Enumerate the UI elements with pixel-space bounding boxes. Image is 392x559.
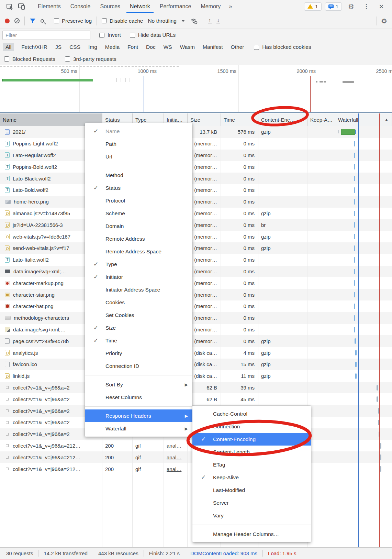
kebab-menu-icon[interactable]: ⋮ [360, 1, 372, 12]
menu-item-priority[interactable]: Priority [85, 347, 192, 360]
request-row[interactable]: methodology-characters(memor…0 ms [0, 312, 392, 324]
menu-item-response-headers[interactable]: Response Headers▶ [85, 409, 192, 422]
filter-pill-manifest[interactable]: Manifest [202, 43, 224, 51]
column-header-keepa[interactable]: Keep-A… [307, 113, 335, 126]
settings-gear-icon[interactable]: ⚙ [345, 1, 357, 12]
network-overview-timeline[interactable]: 500 ms1000 ms1500 ms2000 ms2500 ms [0, 65, 392, 113]
hide-data-urls-checkbox[interactable] [130, 33, 135, 38]
menu-item-waterfall[interactable]: Waterfall▶ [85, 422, 192, 435]
submenu-item-connection[interactable]: Connection [192, 420, 311, 433]
initiator-link[interactable]: anal… [167, 466, 181, 472]
warnings-badge[interactable]: 1 [304, 2, 321, 11]
request-row[interactable]: linkid.js(disk ca…11 msgzip [0, 370, 392, 382]
column-header-waterfall[interactable]: Waterfall▲ [335, 113, 392, 126]
menu-item-remote-address-space[interactable]: Remote Address Space [85, 245, 192, 258]
tab-memory[interactable]: Memory [196, 0, 225, 13]
menu-item-method[interactable]: Method [85, 169, 192, 182]
more-tabs-chevron-icon[interactable]: » [225, 3, 235, 10]
search-icon[interactable] [41, 19, 44, 23]
third-party-checkbox[interactable] [65, 56, 70, 62]
filter-pill-other[interactable]: Other [230, 43, 245, 51]
network-settings-gear-icon[interactable]: ⚙ [381, 17, 387, 25]
request-row[interactable]: web-vitals.js?v=fde8c167(memor…0 msgzip [0, 231, 392, 242]
column-header-time[interactable]: Time [221, 113, 258, 126]
inspect-element-icon[interactable] [4, 1, 16, 12]
request-row[interactable]: favicon.ico(disk ca…15 msgzip [0, 359, 392, 370]
disable-cache-checkbox[interactable] [102, 18, 107, 23]
filter-pill-media[interactable]: Media [104, 43, 120, 51]
submenu-item-last-modified[interactable]: Last-Modified [192, 484, 311, 496]
has-blocked-cookies-checkbox[interactable] [254, 45, 259, 50]
request-row[interactable]: Lato-Italic.woff2(memor…0 ms [0, 254, 392, 266]
has-blocked-cookies-control[interactable]: Has blocked cookies [254, 44, 311, 50]
menu-item-set-cookies[interactable]: Set Cookies [85, 309, 192, 321]
request-row[interactable]: almanac.js?v=b14873f85(memor…0 msgzip [0, 208, 392, 219]
menu-item-initiator-address-space[interactable]: Initiator Address Space [85, 283, 192, 296]
column-header-size[interactable]: Size [188, 113, 221, 126]
filter-pill-ws[interactable]: WS [163, 43, 173, 51]
request-row[interactable]: Lato-Black.woff2(memor…0 ms [0, 173, 392, 184]
menu-item-type[interactable]: ✓Type [85, 258, 192, 271]
hide-data-urls-control[interactable]: Hide data URLs [130, 32, 176, 38]
menu-item-size[interactable]: ✓Size [85, 321, 192, 334]
initiator-link[interactable]: anal… [167, 454, 181, 460]
initiator-link[interactable]: anal… [167, 443, 181, 449]
tab-performance[interactable]: Performance [155, 0, 196, 13]
menu-item-name[interactable]: ✓Name [85, 125, 192, 138]
messages-badge[interactable]: 1 [325, 2, 342, 11]
filter-pill-wasm[interactable]: Wasm [179, 43, 195, 51]
menu-item-url[interactable]: Url [85, 150, 192, 163]
request-row[interactable]: page.css?v=248f94c78b(memor…0 msgzip [0, 335, 392, 347]
menu-item-protocol[interactable]: Protocol [85, 194, 192, 207]
throttling-dropdown[interactable]: No throttling [148, 18, 185, 24]
request-row[interactable]: Lato-Bold.woff2(memor…0 ms [0, 184, 392, 196]
invert-control[interactable]: Invert [99, 32, 121, 38]
tab-network[interactable]: Network [125, 0, 155, 13]
menu-item-connection-id[interactable]: Connection ID [85, 360, 192, 372]
request-row[interactable]: Poppins-Bold.woff2(memor…0 ms [0, 161, 392, 173]
invert-checkbox[interactable] [99, 33, 104, 38]
record-network-log-icon[interactable] [5, 19, 10, 23]
tab-sources[interactable]: Sources [95, 0, 125, 13]
submenu-item-vary[interactable]: Vary [192, 509, 311, 522]
menu-item-reset-columns[interactable]: Reset Columns [85, 391, 192, 404]
submenu-item-server[interactable]: Server [192, 496, 311, 509]
menu-item-sort-by[interactable]: Sort By▶ [85, 378, 192, 391]
submenu-item-etag[interactable]: ETag [192, 458, 311, 471]
menu-item-initiator[interactable]: ✓Initiator [85, 271, 192, 283]
blocked-requests-checkbox[interactable] [4, 56, 9, 62]
menu-item-path[interactable]: Path [85, 138, 192, 150]
disable-cache-control[interactable]: Disable cache [102, 18, 143, 24]
request-row[interactable]: 2021/13.7 kB576 msgzip [0, 126, 392, 138]
submenu-item-keep-alive[interactable]: ✓Keep-Alive [192, 471, 311, 484]
menu-item-scheme[interactable]: Scheme [85, 207, 192, 220]
preserve-log-checkbox[interactable] [54, 18, 59, 23]
request-row[interactable]: Poppins-Light.woff2(memor…0 ms [0, 138, 392, 150]
export-har-icon[interactable]: ↓ [216, 18, 220, 23]
request-row[interactable]: home-hero.png(memor…0 ms [0, 196, 392, 208]
request-row[interactable]: character-star.png(memor…0 ms [0, 289, 392, 300]
menu-item-remote-address[interactable]: Remote Address [85, 232, 192, 245]
menu-item-cookies[interactable]: Cookies [85, 296, 192, 309]
request-row[interactable]: data:image/svg+xml;…(memor…0 ms [0, 266, 392, 277]
filter-pill-fetch-xhr[interactable]: Fetch/XHR [21, 43, 48, 51]
import-har-icon[interactable]: ↑ [208, 18, 212, 23]
request-row[interactable]: character-markup.png(memor…0 ms [0, 277, 392, 289]
request-row[interactable]: Lato-Regular.woff2(memor…0 ms [0, 150, 392, 161]
network-conditions-icon[interactable] [190, 17, 198, 25]
request-row[interactable]: analytics.js(disk ca…4 msgzip [0, 347, 392, 359]
filter-pill-img[interactable]: Img [88, 43, 98, 51]
menu-item-status[interactable]: ✓Status [85, 182, 192, 194]
blocked-requests-control[interactable]: Blocked Requests [4, 56, 55, 62]
filter-funnel-icon[interactable] [30, 18, 36, 24]
request-row[interactable]: js?id=UA-22381566-3(memor…0 msbr [0, 219, 392, 231]
tab-elements[interactable]: Elements [33, 0, 66, 13]
menu-item-domain[interactable]: Domain [85, 220, 192, 232]
device-toolbar-icon[interactable] [16, 1, 27, 12]
request-row[interactable]: collect?v=1&_v=j96&a=262 B39 ms [0, 382, 392, 394]
filter-pill-css[interactable]: CSS [69, 43, 81, 51]
menu-item-time[interactable]: ✓Time [85, 334, 192, 347]
tab-console[interactable]: Console [66, 0, 96, 13]
preserve-log-control[interactable]: Preserve log [54, 18, 92, 24]
filter-pill-font[interactable]: Font [127, 43, 139, 51]
